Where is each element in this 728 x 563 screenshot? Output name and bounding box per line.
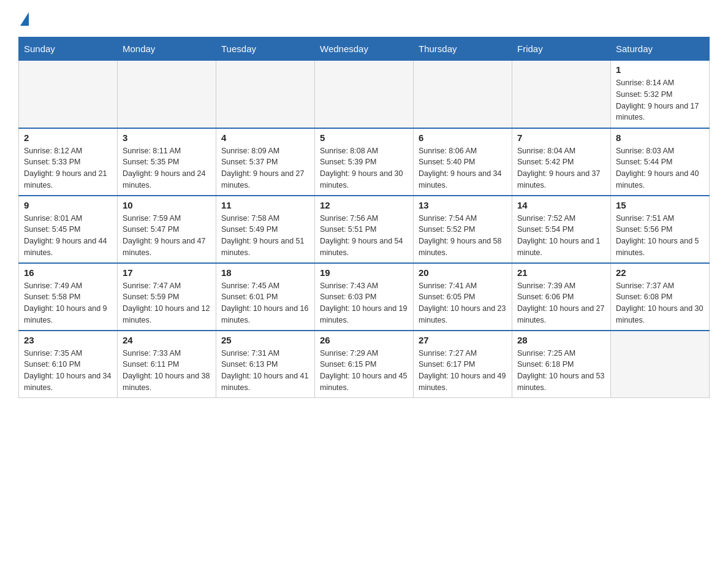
day-number: 6 — [419, 132, 507, 143]
page-header — [18, 12, 710, 27]
day-info: Sunrise: 7:52 AM Sunset: 5:54 PM Dayligh… — [517, 213, 605, 259]
logo-triangle-icon — [20, 12, 29, 26]
day-info: Sunrise: 7:43 AM Sunset: 6:03 PM Dayligh… — [320, 280, 408, 326]
calendar-day-cell: 20Sunrise: 7:41 AM Sunset: 6:05 PM Dayli… — [414, 263, 512, 331]
calendar-day-cell: 25Sunrise: 7:31 AM Sunset: 6:13 PM Dayli… — [216, 331, 315, 398]
day-info: Sunrise: 8:03 AM Sunset: 5:44 PM Dayligh… — [616, 145, 704, 191]
day-number: 11 — [221, 200, 309, 210]
day-number: 15 — [616, 200, 704, 210]
weekday-header-saturday: Saturday — [611, 37, 710, 61]
calendar-day-cell: 11Sunrise: 7:58 AM Sunset: 5:49 PM Dayli… — [216, 196, 315, 263]
calendar-day-cell: 26Sunrise: 7:29 AM Sunset: 6:15 PM Dayli… — [315, 331, 414, 398]
calendar-day-cell: 3Sunrise: 8:11 AM Sunset: 5:35 PM Daylig… — [118, 128, 216, 196]
calendar-week-row: 1Sunrise: 8:14 AM Sunset: 5:32 PM Daylig… — [19, 61, 710, 128]
calendar-day-cell — [611, 331, 710, 398]
day-number: 28 — [517, 335, 605, 345]
day-info: Sunrise: 7:54 AM Sunset: 5:52 PM Dayligh… — [419, 213, 507, 259]
calendar-day-cell: 27Sunrise: 7:27 AM Sunset: 6:17 PM Dayli… — [414, 331, 512, 398]
weekday-header-tuesday: Tuesday — [216, 37, 315, 61]
calendar-day-cell: 21Sunrise: 7:39 AM Sunset: 6:06 PM Dayli… — [512, 263, 611, 331]
calendar-day-cell — [414, 61, 512, 128]
calendar-day-cell: 8Sunrise: 8:03 AM Sunset: 5:44 PM Daylig… — [611, 128, 710, 196]
day-info: Sunrise: 7:33 AM Sunset: 6:11 PM Dayligh… — [123, 348, 211, 394]
calendar-day-cell: 15Sunrise: 7:51 AM Sunset: 5:56 PM Dayli… — [611, 196, 710, 263]
calendar-day-cell: 28Sunrise: 7:25 AM Sunset: 6:18 PM Dayli… — [512, 331, 611, 398]
calendar-day-cell: 5Sunrise: 8:08 AM Sunset: 5:39 PM Daylig… — [315, 128, 414, 196]
day-info: Sunrise: 8:09 AM Sunset: 5:37 PM Dayligh… — [221, 145, 309, 191]
calendar-day-cell: 1Sunrise: 8:14 AM Sunset: 5:32 PM Daylig… — [611, 61, 710, 128]
day-info: Sunrise: 7:58 AM Sunset: 5:49 PM Dayligh… — [221, 213, 309, 259]
weekday-header-thursday: Thursday — [414, 37, 512, 61]
calendar-week-row: 2Sunrise: 8:12 AM Sunset: 5:33 PM Daylig… — [19, 128, 710, 196]
calendar-day-cell: 7Sunrise: 8:04 AM Sunset: 5:42 PM Daylig… — [512, 128, 611, 196]
day-info: Sunrise: 7:49 AM Sunset: 5:58 PM Dayligh… — [24, 280, 112, 326]
day-number: 3 — [123, 132, 211, 143]
day-info: Sunrise: 8:01 AM Sunset: 5:45 PM Dayligh… — [24, 213, 112, 259]
calendar-day-cell: 22Sunrise: 7:37 AM Sunset: 6:08 PM Dayli… — [611, 263, 710, 331]
day-info: Sunrise: 7:45 AM Sunset: 6:01 PM Dayligh… — [221, 280, 309, 326]
day-info: Sunrise: 7:56 AM Sunset: 5:51 PM Dayligh… — [320, 213, 408, 259]
day-number: 14 — [517, 200, 605, 210]
calendar-day-cell: 4Sunrise: 8:09 AM Sunset: 5:37 PM Daylig… — [216, 128, 315, 196]
calendar-day-cell — [512, 61, 611, 128]
day-number: 13 — [419, 200, 507, 210]
calendar-week-row: 9Sunrise: 8:01 AM Sunset: 5:45 PM Daylig… — [19, 196, 710, 263]
day-number: 26 — [320, 335, 408, 345]
calendar-day-cell: 18Sunrise: 7:45 AM Sunset: 6:01 PM Dayli… — [216, 263, 315, 331]
calendar-day-cell — [216, 61, 315, 128]
weekday-header-friday: Friday — [512, 37, 611, 61]
day-info: Sunrise: 7:35 AM Sunset: 6:10 PM Dayligh… — [24, 348, 112, 394]
day-number: 8 — [616, 132, 704, 143]
day-info: Sunrise: 8:08 AM Sunset: 5:39 PM Dayligh… — [320, 145, 408, 191]
day-info: Sunrise: 7:51 AM Sunset: 5:56 PM Dayligh… — [616, 213, 704, 259]
day-number: 9 — [24, 200, 112, 210]
day-number: 21 — [517, 267, 605, 278]
day-number: 10 — [123, 200, 211, 210]
day-info: Sunrise: 7:29 AM Sunset: 6:15 PM Dayligh… — [320, 348, 408, 394]
calendar-day-cell — [118, 61, 216, 128]
weekday-header-monday: Monday — [118, 37, 216, 61]
day-info: Sunrise: 7:27 AM Sunset: 6:17 PM Dayligh… — [419, 348, 507, 394]
day-number: 27 — [419, 335, 507, 345]
calendar-day-cell: 9Sunrise: 8:01 AM Sunset: 5:45 PM Daylig… — [19, 196, 118, 263]
day-number: 23 — [24, 335, 112, 345]
calendar-day-cell: 19Sunrise: 7:43 AM Sunset: 6:03 PM Dayli… — [315, 263, 414, 331]
day-number: 16 — [24, 267, 112, 278]
day-number: 12 — [320, 200, 408, 210]
calendar-table: SundayMondayTuesdayWednesdayThursdayFrid… — [18, 37, 710, 398]
calendar-day-cell: 14Sunrise: 7:52 AM Sunset: 5:54 PM Dayli… — [512, 196, 611, 263]
calendar-day-cell: 10Sunrise: 7:59 AM Sunset: 5:47 PM Dayli… — [118, 196, 216, 263]
calendar-day-cell: 23Sunrise: 7:35 AM Sunset: 6:10 PM Dayli… — [19, 331, 118, 398]
day-info: Sunrise: 7:47 AM Sunset: 5:59 PM Dayligh… — [123, 280, 211, 326]
day-number: 22 — [616, 267, 704, 278]
weekday-header-wednesday: Wednesday — [315, 37, 414, 61]
day-number: 19 — [320, 267, 408, 278]
day-number: 17 — [123, 267, 211, 278]
day-number: 7 — [517, 132, 605, 143]
calendar-day-cell: 12Sunrise: 7:56 AM Sunset: 5:51 PM Dayli… — [315, 196, 414, 263]
day-info: Sunrise: 7:41 AM Sunset: 6:05 PM Dayligh… — [419, 280, 507, 326]
logo — [18, 12, 29, 27]
weekday-header-sunday: Sunday — [19, 37, 118, 61]
calendar-week-row: 23Sunrise: 7:35 AM Sunset: 6:10 PM Dayli… — [19, 331, 710, 398]
day-info: Sunrise: 8:11 AM Sunset: 5:35 PM Dayligh… — [123, 145, 211, 191]
day-info: Sunrise: 7:59 AM Sunset: 5:47 PM Dayligh… — [123, 213, 211, 259]
calendar-day-cell: 24Sunrise: 7:33 AM Sunset: 6:11 PM Dayli… — [118, 331, 216, 398]
day-number: 4 — [221, 132, 309, 143]
calendar-day-cell: 6Sunrise: 8:06 AM Sunset: 5:40 PM Daylig… — [414, 128, 512, 196]
day-info: Sunrise: 8:04 AM Sunset: 5:42 PM Dayligh… — [517, 145, 605, 191]
calendar-week-row: 16Sunrise: 7:49 AM Sunset: 5:58 PM Dayli… — [19, 263, 710, 331]
calendar-day-cell — [19, 61, 118, 128]
day-number: 20 — [419, 267, 507, 278]
day-info: Sunrise: 8:12 AM Sunset: 5:33 PM Dayligh… — [24, 145, 112, 191]
calendar-day-cell: 17Sunrise: 7:47 AM Sunset: 5:59 PM Dayli… — [118, 263, 216, 331]
day-info: Sunrise: 7:37 AM Sunset: 6:08 PM Dayligh… — [616, 280, 704, 326]
calendar-day-cell: 2Sunrise: 8:12 AM Sunset: 5:33 PM Daylig… — [19, 128, 118, 196]
day-number: 18 — [221, 267, 309, 278]
day-info: Sunrise: 7:31 AM Sunset: 6:13 PM Dayligh… — [221, 348, 309, 394]
day-info: Sunrise: 8:06 AM Sunset: 5:40 PM Dayligh… — [419, 145, 507, 191]
day-number: 25 — [221, 335, 309, 345]
calendar-day-cell — [315, 61, 414, 128]
calendar-header-row: SundayMondayTuesdayWednesdayThursdayFrid… — [19, 37, 710, 61]
calendar-day-cell: 13Sunrise: 7:54 AM Sunset: 5:52 PM Dayli… — [414, 196, 512, 263]
